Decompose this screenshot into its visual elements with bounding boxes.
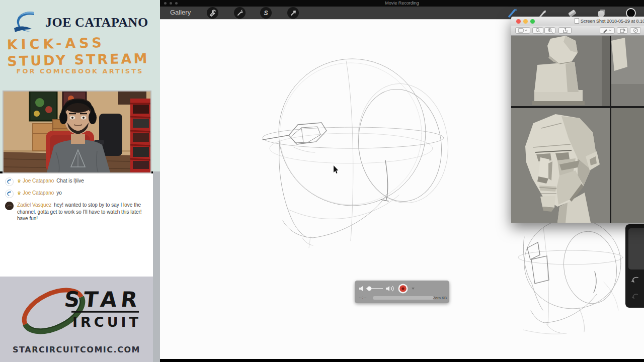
selection-s-glyph: S [264, 10, 268, 17]
chat-author: Joe Catapano [23, 190, 54, 196]
recording-progress-track [373, 296, 434, 300]
preview-window-title: Screen Shot 2018-05-29 at 8.10 [575, 18, 644, 24]
share-button[interactable] [558, 27, 572, 34]
stream-subtitle: FOR COMICBOOK ARTISTS [0, 67, 160, 75]
volume-slider[interactable] [357, 284, 397, 294]
logo-star-text: STAR [63, 287, 142, 312]
letterbox-bar [160, 359, 644, 362]
speaker-min-icon [359, 286, 363, 291]
crown-icon: ♛ [17, 178, 21, 184]
chat-avatar-joe [5, 190, 14, 198]
reference-photos [511, 36, 644, 223]
tagline-line1: KICK-ASS [7, 34, 158, 52]
record-button[interactable] [396, 282, 410, 295]
view-options-button[interactable] [515, 27, 530, 34]
wave-c-icon [12, 9, 43, 34]
actions-wrench-button[interactable] [207, 7, 218, 19]
preview-titlebar[interactable]: Screen Shot 2018-05-29 at 8.10 [511, 17, 644, 26]
artist-logo: JOE CATAPANO [0, 5, 160, 34]
preview-title-text: Screen Shot 2018-05-29 at 8.10 [581, 19, 644, 24]
stream-tagline: KICK-ASS STUDY STREAM [7, 34, 158, 69]
adjustments-wand-button[interactable] [234, 7, 246, 19]
close-icon[interactable] [516, 19, 521, 24]
brush-size-slider[interactable] [628, 228, 644, 269]
chat-author: Joe Catapano [23, 178, 54, 184]
webcam-feed [3, 90, 151, 173]
cursor-arrow [334, 165, 339, 173]
chat-author: Zadiel Vasquez [17, 202, 51, 208]
reference-photo-top-right [611, 36, 644, 106]
sidebar-edge-strip [153, 171, 160, 362]
chat-message: Zadiel Vasquezhey! wanted to stop by to … [0, 200, 153, 224]
minimize-icon[interactable] [523, 19, 528, 24]
selection-button[interactable]: S [260, 7, 272, 19]
record-options-chevron-icon[interactable] [411, 287, 415, 290]
speaker-max-icon [386, 286, 389, 291]
star-circuit-logo: STAR IRCUIT [7, 281, 146, 341]
chat-message: ♛Joe Catapanoyo [0, 188, 153, 200]
tagline-line2: STUDY STREAM [7, 50, 158, 69]
gallery-button[interactable]: Gallery [170, 9, 191, 16]
logo-circuit-text: IRCUIT [72, 314, 141, 330]
mac-titlebar: Movie Recording [160, 0, 644, 7]
procreate-sidebar [625, 224, 644, 308]
chat-message: ♛Joe CatapanoChat is l)live [0, 175, 153, 188]
preview-toolbar [511, 26, 644, 36]
file-size-label: Zero KB [433, 296, 447, 300]
preview-reference-window: Screen Shot 2018-05-29 at 8.10 [511, 17, 644, 223]
volume-knob [367, 287, 372, 291]
zoom-out-button[interactable] [532, 27, 543, 34]
chat-avatar-joe [5, 177, 14, 186]
recording-controls-bar: --:-- Zero KB [355, 281, 449, 303]
crown-icon: ♛ [17, 191, 21, 196]
webcam-scene [4, 92, 150, 172]
chat-panel: ♛Joe CatapanoChat is l)live ♛Joe Catapan… [0, 173, 153, 277]
chat-text: Chat is l)live [56, 178, 84, 184]
website-url: STARCIRCUITCOMIC.COM [0, 345, 153, 354]
undo-icon[interactable] [630, 276, 640, 285]
window-title: Movie Recording [160, 1, 644, 6]
annotate-circle-button[interactable] [630, 27, 641, 34]
reference-photo-back-view [511, 36, 610, 106]
transform-arrow-button[interactable] [287, 7, 299, 19]
chat-avatar-viewer [5, 202, 14, 210]
chat-text: yo [56, 190, 62, 196]
drawing-app-window: Movie Recording Gallery S [160, 0, 644, 362]
artist-name: JOE CATAPANO [45, 15, 148, 30]
document-icon [575, 18, 579, 24]
stream-layout: JOE CATAPANO KICK-ASS STUDY STREAM FOR C… [0, 0, 644, 362]
reference-photo-profile [611, 108, 644, 223]
zoom-icon[interactable] [530, 19, 535, 24]
zoom-in-button[interactable] [544, 27, 555, 34]
reference-photo-three-quarter [511, 108, 610, 223]
redo-icon[interactable] [630, 293, 639, 301]
rotate-button[interactable] [617, 27, 628, 34]
markup-button[interactable] [600, 27, 615, 34]
elapsed-time: --:-- [359, 296, 367, 299]
